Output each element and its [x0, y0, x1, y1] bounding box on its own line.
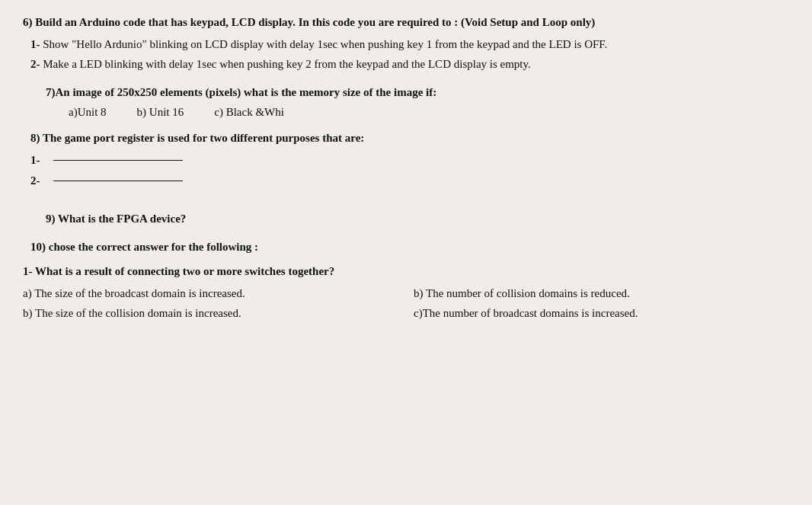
q10-option-row-2: b) The size of the collision domain is i…	[23, 304, 782, 322]
q10-sub1-question: 1- What is a result of connecting two or…	[23, 263, 782, 280]
q6-item-2: 2- Make a LED blinking with delay 1sec w…	[30, 56, 782, 73]
q10-option-b: b) The number of collision domains is re…	[414, 284, 782, 302]
q10-option-row-1: a) The size of the broadcast domain is i…	[23, 284, 782, 302]
question-10: 10) chose the correct answer for the fol…	[23, 238, 782, 322]
q7-options: a)Unit 8 b) Unit 16 c) Black &Whi	[69, 106, 782, 119]
q8-blank-2: 2-	[30, 174, 782, 187]
q7-option-c: c) Black &Whi	[214, 106, 284, 119]
q6-item-1: 1- Show "Hello Ardunio" blinking on LCD …	[30, 36, 782, 53]
q10-option-c: c)The number of broadcast domains is inc…	[414, 304, 782, 322]
q6-header: 6) Build an Arduino code that has keypad…	[23, 14, 782, 31]
q6-item-1-text: Show "Hello Ardunio" blinking on LCD dis…	[43, 38, 607, 50]
question-9: 9) What is the FPGA device?	[23, 210, 782, 228]
main-content: 6) Build an Arduino code that has keypad…	[23, 14, 782, 322]
q7-header: 7)An image of 250x250 elements (pixels) …	[46, 84, 782, 101]
q6-item-2-text: Make a LED blinking with delay 1sec when…	[43, 58, 531, 70]
q9-header: 9) What is the FPGA device?	[46, 210, 782, 228]
q7-option-a: a)Unit 8	[69, 106, 107, 119]
q8-blank-1: 1-	[30, 154, 782, 167]
q8-blank-1-label: 1-	[30, 154, 50, 167]
q6-item-1-number: 1-	[30, 38, 40, 50]
question-8: 8) The game port register is used for tw…	[23, 129, 782, 188]
q10-sub1-options: a) The size of the broadcast domain is i…	[23, 284, 782, 322]
question-6: 6) Build an Arduino code that has keypad…	[23, 14, 782, 73]
q8-blanks: 1- 2-	[30, 154, 782, 187]
q8-header: 8) The game port register is used for tw…	[30, 129, 782, 147]
q6-list: 1- Show "Hello Ardunio" blinking on LCD …	[23, 36, 782, 74]
q8-blank-1-line	[53, 160, 183, 161]
q10-option-a: a) The size of the broadcast domain is i…	[23, 284, 391, 302]
q7-option-b: b) Unit 16	[137, 106, 184, 119]
q8-blank-2-label: 2-	[30, 174, 50, 187]
q10-option-b2: b) The size of the collision domain is i…	[23, 304, 391, 322]
q6-item-2-number: 2-	[30, 58, 40, 70]
q8-blank-2-line	[53, 181, 183, 181]
question-7: 7)An image of 250x250 elements (pixels) …	[23, 84, 782, 119]
q10-header: 10) chose the correct answer for the fol…	[30, 238, 782, 256]
